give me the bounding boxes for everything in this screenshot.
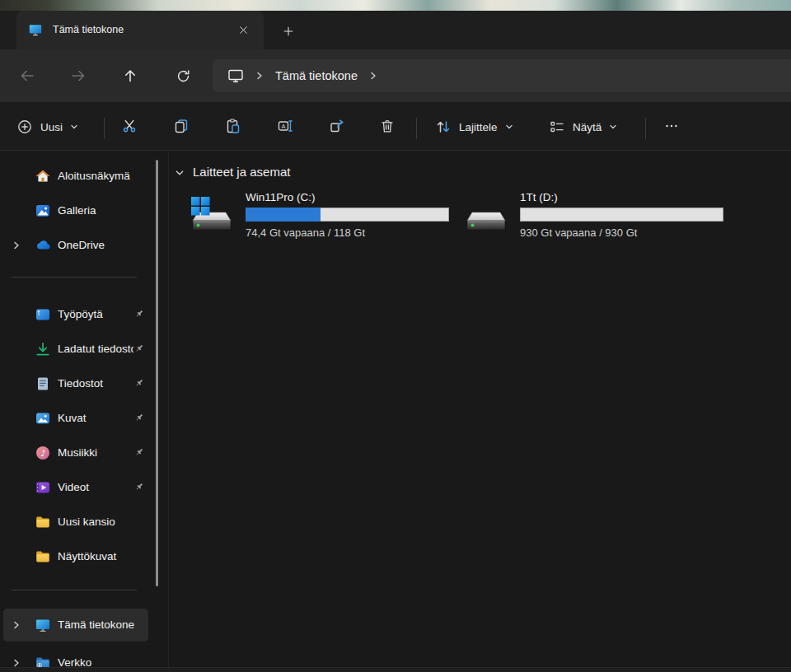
cut-icon [121, 118, 138, 134]
sidebar-item-pictures[interactable]: Kuvat [3, 402, 148, 435]
sidebar-item-documents[interactable]: Tiedostot [3, 367, 148, 400]
chevron-right-icon [255, 71, 264, 81]
chevron-right-icon[interactable] [368, 71, 378, 81]
drive-tile[interactable]: 1Tt (D:) 930 Gt vapaana / 930 Gt [462, 189, 734, 244]
sort-button-label: Lajittele [459, 121, 498, 133]
navigation-bar: Tämä tietokone [0, 49, 791, 102]
sort-icon [435, 119, 452, 135]
sidebar-item-label: Tämä tietokone [58, 609, 134, 642]
sidebar-item-label: Ladatut tiedostot [58, 333, 133, 366]
pin-icon [133, 481, 145, 492]
tab-bar: Tämä tietokone [0, 11, 791, 49]
tab-this-pc[interactable]: Tämä tietokone [16, 11, 264, 49]
drive-icon [462, 196, 510, 234]
sidebar-item-screenshots[interactable]: Näyttökuvat [3, 540, 148, 573]
pin-icon [133, 412, 145, 423]
sidebar-item-label: Musiikki [58, 436, 97, 469]
pin-icon [133, 343, 145, 354]
sidebar-item-new-folder[interactable]: Uusi kansio [3, 506, 148, 539]
sidebar-item-gallery[interactable]: Galleria [3, 194, 148, 227]
delete-button[interactable] [371, 110, 404, 142]
drive-usage-bar [520, 208, 723, 222]
toolbar-divider [416, 118, 417, 139]
sidebar-scrollbar[interactable] [156, 160, 158, 586]
section-chevron-down-icon[interactable] [175, 168, 185, 178]
sidebar-item-home[interactable]: Aloitusnäkymä [3, 160, 148, 193]
rename-button[interactable]: A [269, 110, 302, 142]
forward-button[interactable] [63, 61, 93, 91]
sidebar-item-downloads[interactable]: Ladatut tiedostot [3, 333, 148, 366]
sort-button[interactable]: Lajittele [427, 114, 522, 140]
more-options-button[interactable] [655, 110, 688, 142]
sidebar-item-label: Työpöytä [58, 298, 103, 331]
pin-icon [133, 377, 145, 389]
view-icon [549, 119, 565, 135]
videos-icon [35, 479, 51, 496]
sidebar-item-music[interactable]: ♪ Musiikki [3, 436, 148, 469]
sidebar-item-onedrive[interactable]: OneDrive [3, 229, 148, 262]
drive-tile[interactable]: Win11Pro (C:) 74,4 Gt vapaana / 118 Gt [188, 189, 460, 244]
delete-icon [379, 118, 396, 134]
onedrive-icon [35, 237, 51, 254]
chevron-down-icon [609, 123, 617, 131]
section-header: Laitteet ja asemat [193, 165, 290, 179]
status-bar-clipped [0, 667, 791, 672]
home-icon [35, 168, 51, 184]
drive-name: Win11Pro (C:) [246, 191, 316, 203]
pin-icon [133, 308, 145, 320]
cut-button[interactable] [113, 110, 146, 142]
paste-icon [225, 118, 241, 134]
sidebar-item-label: Videot [58, 471, 89, 504]
breadcrumb[interactable]: Tämä tietokone [213, 59, 791, 92]
gallery-icon [35, 203, 51, 219]
back-button[interactable] [12, 61, 42, 91]
new-tab-button[interactable] [277, 20, 299, 42]
chevron-down-icon [70, 123, 78, 131]
sidebar-item-desktop[interactable]: Työpöytä [3, 298, 148, 331]
sidebar-item-label: Tiedostot [58, 367, 103, 400]
chevron-right-icon[interactable] [12, 240, 21, 250]
svg-text:♪: ♪ [40, 448, 46, 458]
this-pc-icon [28, 22, 43, 37]
drive-usage-bar [246, 208, 449, 222]
drive-name: 1Tt (D:) [520, 191, 558, 203]
tab-title: Tämä tietokone [53, 11, 124, 49]
drive-capacity-text: 930 Gt vapaana / 930 Gt [520, 226, 637, 239]
pin-icon [133, 446, 145, 458]
chevron-right-icon[interactable] [12, 620, 21, 630]
share-button[interactable] [321, 110, 353, 142]
tab-close-button[interactable] [232, 19, 255, 41]
sidebar-item-label: OneDrive [58, 229, 105, 262]
downloads-icon [35, 341, 51, 357]
sidebar-item-this-pc[interactable]: Tämä tietokone [3, 609, 148, 642]
this-pc-icon [227, 68, 244, 84]
refresh-button[interactable] [168, 61, 198, 91]
sidebar-item-videos[interactable]: Videot [3, 471, 148, 504]
folder-icon [35, 514, 51, 530]
chevron-down-icon [505, 123, 513, 131]
command-toolbar: Uusi A Lajittele Näytä [0, 102, 791, 151]
sidebar-item-label: Uusi kansio [58, 506, 115, 539]
sidebar-item-label: Näyttökuvat [58, 540, 116, 573]
copy-button[interactable] [165, 110, 198, 142]
breadcrumb-item[interactable]: Tämä tietokone [275, 69, 358, 82]
toolbar-divider [104, 118, 105, 139]
new-button-label: Uusi [40, 121, 63, 133]
pane-divider[interactable] [168, 152, 169, 672]
view-button[interactable]: Näytä [541, 114, 625, 140]
file-explorer-window: Tämä tietokone Tämä tietokone Uusi A [0, 0, 791, 672]
documents-icon [35, 376, 51, 392]
paste-button[interactable] [217, 110, 250, 142]
share-icon [329, 118, 345, 134]
sidebar-divider [12, 277, 137, 278]
plus-circle-icon [16, 119, 33, 135]
view-button-label: Näytä [573, 121, 601, 133]
up-button[interactable] [115, 61, 145, 91]
music-icon: ♪ [35, 445, 51, 461]
svg-text:A: A [281, 123, 285, 130]
desktop-wallpaper-sliver [0, 0, 791, 11]
drive-capacity-text: 74,4 Gt vapaana / 118 Gt [246, 226, 365, 239]
sidebar-item-label: Galleria [58, 194, 96, 227]
new-button[interactable]: Uusi [8, 114, 87, 140]
desktop-icon [35, 306, 51, 323]
